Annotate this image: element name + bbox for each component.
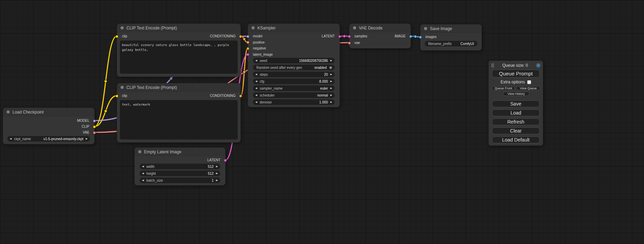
- view-queue-button[interactable]: View Queue: [516, 86, 540, 90]
- widget-label: steps: [259, 73, 268, 76]
- increment-arrow-icon[interactable]: ▶: [86, 136, 88, 142]
- output-dot-latent[interactable]: [338, 35, 341, 38]
- output-dot-conditioning[interactable]: [239, 94, 242, 98]
- widget-ckpt-name[interactable]: ◀ ckpt_name v1-5-pruned-emaonly.ckpt ▶: [7, 136, 90, 142]
- input-dot-samples[interactable]: [348, 35, 351, 38]
- widget-label: scheduler: [259, 93, 274, 97]
- settings-gear-icon[interactable]: [536, 63, 541, 68]
- output-dot-conditioning[interactable]: [239, 35, 242, 38]
- input-dot-latent-image[interactable]: [246, 53, 249, 56]
- graph-canvas[interactable]: Load Checkpoint MODEL CLIP VAE ◀ ckpt_na…: [0, 0, 644, 244]
- widget-value: ComfyUI: [460, 42, 474, 46]
- input-label-model: model: [253, 34, 262, 39]
- decrement-arrow-icon[interactable]: ◀: [10, 136, 11, 142]
- output-dot-clip[interactable]: [93, 125, 96, 128]
- widget-value: 1: [212, 179, 214, 182]
- input-dot-images[interactable]: [419, 36, 422, 39]
- collapse-dot-icon[interactable]: [353, 26, 356, 29]
- input-dot-model[interactable]: [246, 35, 249, 38]
- collapse-dot-icon[interactable]: [121, 86, 124, 89]
- drag-handle-icon[interactable]: [491, 63, 494, 68]
- widget-seed[interactable]: ◀ seed 156680208700286 ▶: [253, 58, 335, 63]
- decrement-arrow-icon[interactable]: ◀: [255, 72, 257, 77]
- node-save-image[interactable]: Save Image images filename_prefix ComfyU…: [420, 24, 482, 51]
- prompt-textarea[interactable]: beautiful scenery nature glass bottle la…: [120, 40, 238, 74]
- collapse-dot-icon[interactable]: [252, 26, 255, 29]
- widget-value: 1.000: [319, 100, 328, 104]
- node-title-bar[interactable]: VAE Decode: [350, 24, 411, 32]
- output-label-model: MODEL: [77, 118, 89, 123]
- increment-arrow-icon[interactable]: ▶: [216, 178, 218, 183]
- node-title-bar[interactable]: CLIP Text Encode (Prompt): [117, 83, 240, 92]
- decrement-arrow-icon[interactable]: ◀: [142, 178, 144, 183]
- wire-clip-to-positive: [95, 36, 117, 127]
- node-clip-text-encode-negative[interactable]: CLIP Text Encode (Prompt) clip CONDITION…: [117, 83, 241, 143]
- decrement-arrow-icon[interactable]: ◀: [142, 171, 144, 176]
- increment-arrow-icon[interactable]: ▶: [330, 92, 332, 98]
- widget-scheduler[interactable]: ◀ scheduler normal ▶: [253, 92, 335, 98]
- widget-batch-size[interactable]: ◀ batch_size 1 ▶: [140, 178, 220, 183]
- node-clip-text-encode-positive[interactable]: CLIP Text Encode (Prompt) clip CONDITION…: [117, 24, 241, 77]
- output-dot-image[interactable]: [409, 35, 412, 38]
- widget-width[interactable]: ◀ width 512 ▶: [140, 164, 220, 169]
- node-title-bar[interactable]: Load Checkpoint: [3, 108, 94, 116]
- queue-prompt-button[interactable]: Queue Prompt: [492, 70, 540, 78]
- output-label-conditioning: CONDITIONING: [210, 93, 236, 98]
- node-load-checkpoint[interactable]: Load Checkpoint MODEL CLIP VAE ◀ ckpt_na…: [3, 108, 95, 144]
- node-title-bar[interactable]: Empty Latent Image: [135, 148, 225, 156]
- increment-arrow-icon[interactable]: ▶: [330, 85, 332, 91]
- save-button[interactable]: Save: [492, 100, 540, 107]
- link-midpoint-dot: [343, 35, 346, 38]
- increment-arrow-icon[interactable]: ▶: [330, 99, 332, 105]
- widget-sampler-name[interactable]: ◀ sampler_name euler ▶: [253, 85, 335, 91]
- node-title-bar[interactable]: KSampler: [248, 24, 339, 32]
- collapse-dot-icon[interactable]: [138, 150, 141, 153]
- extra-options-label: Extra options: [501, 80, 525, 84]
- node-empty-latent-image[interactable]: Empty Latent Image LATENT ◀ width 512 ▶ …: [134, 147, 226, 186]
- decrement-arrow-icon[interactable]: ◀: [255, 58, 257, 63]
- load-default-button[interactable]: Load Default: [492, 136, 540, 143]
- output-dot-latent[interactable]: [224, 159, 227, 162]
- decrement-arrow-icon[interactable]: ◀: [255, 79, 257, 84]
- input-dot-vae[interactable]: [348, 42, 351, 45]
- view-history-button[interactable]: View History: [503, 92, 529, 96]
- input-label-positive: positive: [253, 40, 265, 45]
- refresh-button[interactable]: Refresh: [492, 118, 540, 125]
- collapse-dot-icon[interactable]: [121, 26, 124, 29]
- queue-front-button[interactable]: Queue Front: [492, 86, 515, 90]
- prompt-textarea[interactable]: text, watermark: [120, 100, 238, 139]
- extra-options-checkbox[interactable]: [527, 80, 531, 84]
- increment-arrow-icon[interactable]: ▶: [216, 164, 218, 169]
- output-dot-model[interactable]: [93, 119, 96, 123]
- increment-arrow-icon[interactable]: ▶: [330, 58, 332, 63]
- widget-height[interactable]: ◀ height 512 ▶: [140, 171, 220, 176]
- link-midpoint-dot: [243, 71, 246, 73]
- decrement-arrow-icon[interactable]: ◀: [255, 92, 257, 98]
- widget-steps[interactable]: ◀ steps 20 ▶: [253, 72, 335, 77]
- link-midpoint-dot: [414, 35, 417, 38]
- increment-arrow-icon[interactable]: ▶: [216, 171, 218, 176]
- input-dot-positive[interactable]: [246, 41, 249, 44]
- decrement-arrow-icon[interactable]: ◀: [142, 164, 144, 169]
- node-title-bar[interactable]: CLIP Text Encode (Prompt): [117, 24, 240, 32]
- input-dot-clip[interactable]: [115, 94, 118, 98]
- clear-button[interactable]: Clear: [492, 127, 540, 134]
- node-ksampler[interactable]: KSampler model positive negative latent_…: [248, 24, 340, 107]
- input-dot-negative[interactable]: [246, 47, 249, 50]
- input-dot-clip[interactable]: [115, 35, 118, 38]
- increment-arrow-icon[interactable]: ▶: [330, 72, 332, 77]
- toggle-dot-icon[interactable]: [329, 66, 332, 69]
- load-button[interactable]: Load: [492, 109, 540, 116]
- node-vae-decode[interactable]: VAE Decode samples vae IMAGE: [349, 24, 411, 48]
- decrement-arrow-icon[interactable]: ◀: [255, 85, 257, 91]
- widget-denoise[interactable]: ◀ denoise 1.000 ▶: [253, 99, 335, 105]
- collapse-dot-icon[interactable]: [7, 110, 10, 114]
- widget-cfg[interactable]: ◀ cfg 8.000 ▶: [253, 79, 335, 84]
- widget-random-seed-toggle[interactable]: Random seed after every gen enabled: [253, 65, 335, 70]
- node-title-bar[interactable]: Save Image: [421, 25, 482, 33]
- widget-filename-prefix[interactable]: filename_prefix ComfyUI: [425, 41, 477, 46]
- increment-arrow-icon[interactable]: ▶: [330, 79, 332, 84]
- decrement-arrow-icon[interactable]: ◀: [255, 99, 257, 105]
- output-dot-vae[interactable]: [93, 131, 96, 134]
- collapse-dot-icon[interactable]: [424, 27, 427, 30]
